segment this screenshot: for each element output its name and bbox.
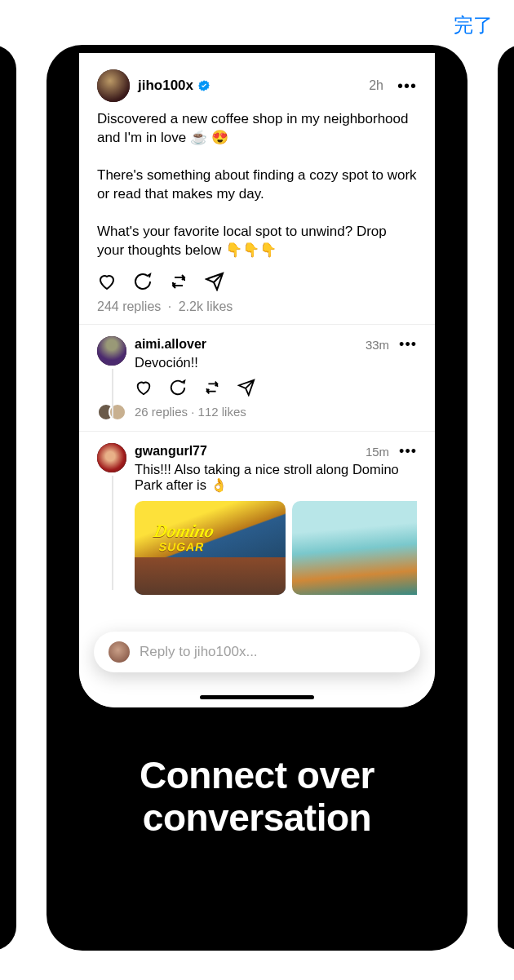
reply-time: 33m — [366, 338, 389, 352]
repost-icon[interactable] — [169, 272, 188, 291]
avatar[interactable] — [97, 69, 130, 102]
image-sign-text: Domino — [152, 521, 216, 542]
reply-body: Devoción!! — [135, 355, 417, 370]
reply-more-icon[interactable]: ••• — [399, 443, 417, 460]
thread-line — [112, 476, 113, 590]
thread-line — [112, 369, 113, 418]
main-post: jiho100x 2h ••• Discovered a new coffee … — [79, 53, 435, 324]
avatar[interactable] — [97, 336, 126, 366]
reply-username[interactable]: gwangurl77 — [135, 444, 207, 459]
post-replies-count: 244 replies — [97, 299, 161, 313]
promo-tagline: Connect over conversation — [47, 755, 467, 839]
post-likes-count: 2.2k likes — [179, 299, 233, 313]
post-actions — [97, 272, 417, 291]
reply-item: gwangurl77 15m ••• This!!! Also taking a… — [79, 431, 435, 595]
nested-replies-summary[interactable]: 26 replies · 112 likes — [97, 403, 417, 421]
post-body: Discovered a new coffee shop in my neigh… — [97, 110, 417, 260]
reply-bar-wrap: Reply to jiho100x... — [79, 610, 435, 707]
share-icon[interactable] — [205, 272, 224, 291]
reply-image[interactable]: Domino SUGAR — [135, 501, 286, 595]
post-username[interactable]: jiho100x — [138, 78, 193, 94]
reply-replies-count: 26 replies — [135, 405, 188, 419]
share-icon[interactable] — [237, 379, 255, 397]
like-icon[interactable] — [97, 272, 117, 291]
reply-time: 15m — [366, 445, 389, 459]
next-slide-peek[interactable] — [498, 45, 514, 951]
reply-item: aimi.allover 33m ••• Devoción!! — [79, 324, 435, 431]
done-button[interactable]: 完了 — [454, 12, 493, 38]
promo-card: jiho100x 2h ••• Discovered a new coffee … — [47, 45, 467, 951]
comment-icon[interactable] — [133, 272, 153, 291]
reply-body: This!!! Also taking a nice stroll along … — [135, 462, 417, 493]
reply-likes-count: 112 likes — [198, 405, 246, 419]
reply-image[interactable] — [292, 501, 417, 595]
reply-input-bar[interactable]: Reply to jiho100x... — [94, 632, 420, 672]
reply-more-icon[interactable]: ••• — [399, 336, 417, 353]
self-avatar — [109, 641, 130, 663]
home-indicator — [200, 695, 314, 699]
reply-image-row: Domino SUGAR — [135, 501, 417, 595]
post-stats[interactable]: 244 replies · 2.2k likes — [97, 299, 417, 314]
post-more-icon[interactable]: ••• — [397, 77, 417, 95]
reply-placeholder: Reply to jiho100x... — [140, 644, 258, 660]
phone-mockup: jiho100x 2h ••• Discovered a new coffee … — [79, 53, 435, 707]
post-header: jiho100x 2h ••• — [97, 69, 417, 102]
post-time: 2h — [369, 78, 383, 93]
like-icon[interactable] — [135, 379, 153, 397]
verified-badge-icon — [197, 79, 210, 92]
reply-username[interactable]: aimi.allover — [135, 337, 206, 352]
comment-icon[interactable] — [169, 379, 187, 397]
repost-icon[interactable] — [203, 379, 221, 397]
avatar[interactable] — [97, 443, 126, 472]
reply-actions — [135, 379, 417, 397]
image-sign-text: SUGAR — [158, 540, 206, 553]
prev-slide-peek[interactable] — [0, 45, 16, 951]
